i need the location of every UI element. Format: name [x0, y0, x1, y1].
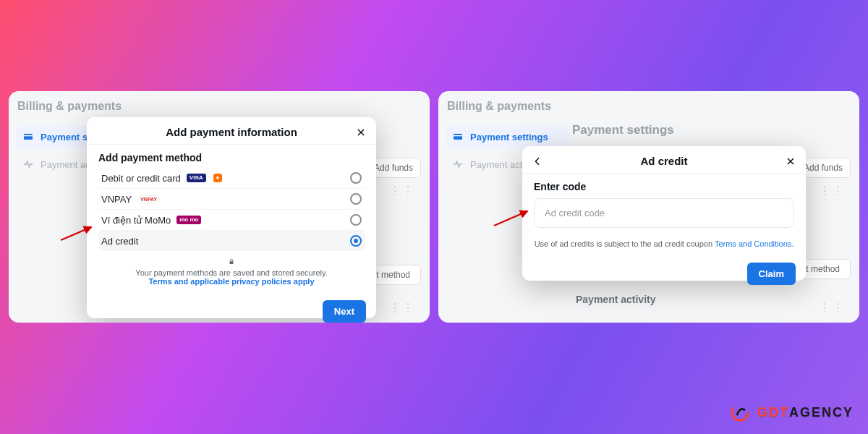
svg-rect-0	[24, 134, 33, 140]
visa-badge-icon: VISA	[187, 174, 206, 182]
momo-badge-icon: mo mo	[176, 216, 201, 224]
svg-rect-1	[24, 135, 33, 136]
terms-suffix: .	[791, 239, 793, 248]
brand-watermark: GDT AGENCY	[730, 402, 854, 422]
modal-footer: Claim	[522, 257, 806, 294]
close-button[interactable]	[783, 153, 799, 169]
brand-first: GDT	[757, 405, 789, 420]
secure-info: Your payment methods are saved and store…	[98, 258, 365, 286]
page-title: Billing & payments	[447, 100, 551, 113]
drag-dots-icon: ⋮⋮	[389, 184, 415, 197]
radio-icon[interactable]	[350, 214, 362, 226]
option-label: Debit or credit card	[101, 173, 181, 184]
payment-option-ad-credit[interactable]: Ad credit	[98, 230, 365, 251]
payment-option-list: Debit or credit card VISA ● VNPAY VNPAY	[98, 168, 365, 251]
option-label: VNPAY	[101, 194, 132, 205]
drag-dots-icon: ⋮⋮	[819, 301, 845, 315]
sidebar-item-label: Payment settings	[470, 132, 548, 142]
terms-link[interactable]: Terms and Conditions	[715, 239, 791, 248]
ad-credit-code-input[interactable]: Ad credit code	[534, 198, 794, 228]
panel-left: Billing & payments Payment settings Paym…	[9, 91, 430, 323]
activity-icon	[22, 158, 35, 171]
modal-title: Add payment information	[166, 126, 297, 138]
sidebar-item-payment-settings[interactable]: Payment settings	[446, 126, 569, 148]
claim-button[interactable]: Claim	[747, 263, 796, 285]
radio-icon[interactable]	[350, 193, 362, 205]
lock-icon	[228, 258, 235, 267]
modal-title: Ad credit	[640, 155, 687, 167]
section-title: Add payment method	[98, 152, 365, 163]
drag-dots-icon: ⋮⋮	[389, 301, 415, 315]
svg-line-3	[61, 227, 91, 240]
brand-logo-icon	[730, 402, 750, 422]
payment-option-momo[interactable]: Ví điện tử MoMo mo mo	[98, 209, 365, 230]
ad-credit-modal: Ad credit Enter code Ad credit code Use …	[522, 146, 806, 281]
payment-option-card[interactable]: Debit or credit card VISA ●	[98, 168, 365, 188]
section-title: Enter code	[534, 181, 794, 192]
payment-settings-title: Payment settings	[572, 123, 674, 137]
svg-rect-4	[454, 134, 462, 140]
secure-text: Your payment methods are saved and store…	[135, 268, 327, 277]
brand-second: AGENCY	[789, 405, 854, 420]
svg-point-7	[732, 404, 748, 420]
mastercard-badge-icon: ●	[213, 174, 223, 182]
activity-icon	[451, 158, 464, 171]
payment-activity-bg-label: Payment activity	[576, 294, 656, 305]
svg-line-6	[494, 211, 527, 226]
close-button[interactable]	[353, 124, 369, 140]
input-placeholder: Ad credit code	[545, 208, 605, 218]
svg-rect-5	[454, 135, 462, 136]
radio-icon[interactable]	[350, 235, 362, 247]
modal-header: Ad credit	[522, 146, 806, 174]
brand-text: GDT AGENCY	[757, 405, 854, 420]
terms-line: Use of ad credits is subject to the ad c…	[534, 239, 794, 248]
vnpay-badge-icon: VNPAY	[137, 195, 160, 203]
page-title: Billing & payments	[17, 100, 122, 113]
annotation-arrow-icon	[59, 223, 95, 243]
back-button[interactable]	[529, 153, 545, 169]
svg-rect-2	[230, 261, 234, 264]
panel-right: Billing & payments Payment settings Paym…	[438, 91, 859, 323]
modal-body: Enter code Ad credit code Use of ad cred…	[522, 174, 806, 257]
drag-dots-icon: ⋮⋮	[819, 184, 845, 197]
radio-icon[interactable]	[350, 172, 362, 184]
next-button[interactable]: Next	[323, 300, 366, 323]
modal-body: Add payment method Debit or credit card …	[87, 145, 376, 294]
option-label: Ad credit	[101, 236, 138, 247]
annotation-arrow-icon	[493, 207, 532, 229]
card-icon	[22, 130, 35, 143]
card-icon	[451, 130, 464, 143]
payment-option-vnpay[interactable]: VNPAY VNPAY	[98, 188, 365, 209]
add-payment-modal: Add payment information Add payment meth…	[87, 117, 376, 318]
terms-link[interactable]: Terms and applicable privacy policies ap…	[148, 277, 314, 286]
option-label: Ví điện tử MoMo	[101, 215, 171, 226]
modal-footer: Next	[87, 294, 376, 323]
terms-prefix: Use of ad credits is subject to the ad c…	[535, 239, 715, 248]
modal-header: Add payment information	[87, 117, 376, 145]
